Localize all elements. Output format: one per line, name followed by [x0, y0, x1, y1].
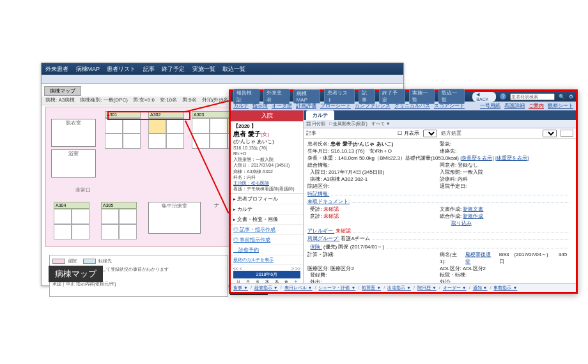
filter-dd[interactable]	[561, 130, 573, 137]
subnav-right[interactable]: 観察シート	[548, 102, 573, 109]
subnav-item[interactable]: 計画評価	[296, 102, 316, 109]
titlebar-item[interactable]: 実施一覧	[192, 66, 215, 72]
sb-reserve[interactable]: 診察予約	[231, 245, 303, 255]
sb-create-preorder[interactable]: ◎ 事前指示作成	[231, 235, 303, 245]
search-icon[interactable]: 🔍	[559, 94, 565, 100]
cal-next[interactable]: > >>	[291, 266, 300, 271]
sb-create-record[interactable]: ◎ 記事・指示作成	[231, 225, 303, 235]
titlebar-item[interactable]: 記事	[143, 66, 155, 72]
subnav-item[interactable]: 指示簿	[252, 102, 268, 109]
room-bath: 浴室	[51, 149, 96, 178]
tb-item[interactable]: 病棟MAP	[293, 89, 320, 103]
room-dressing: 脱衣室	[51, 119, 96, 147]
bl[interactable]: 表日レベル ▼	[284, 285, 313, 291]
sb-recent[interactable]: 最終のカルテを表示	[231, 255, 303, 265]
titlebar-item[interactable]: 終了予定	[162, 66, 185, 72]
bottom-links: 食事 ▼/ 経管指示 ▼/ 表日レベル ▼/ シェーマ・評価 ▼/ 処置医 ▼/…	[231, 283, 576, 292]
sb-docs[interactable]: 文書・検査・画像	[231, 215, 303, 225]
bed-header: A304	[54, 202, 89, 209]
filter-right-select[interactable]	[543, 130, 557, 137]
sb-profile[interactable]: 患者プロフィール	[231, 194, 303, 204]
subnav-item[interactable]: カンファレンス	[355, 102, 391, 109]
subnav: カルテ 指示簿 オーダ歴 計画評価 フローシート カンファレンス クリニカルパス…	[231, 102, 576, 110]
cal-table[interactable]: 日月火水木金土 272829303112 3456789 10111213141…	[233, 278, 300, 283]
patient-detail: 患者氏名: 患者 愛子(かんじゃ あいこ) 緊急: 生年月日: S16.10.1…	[304, 139, 576, 283]
ward-map-tab[interactable]: 病棟マップ	[44, 86, 81, 96]
karte-window: 報告検証 外来患者 病棟MAP 患者リスト 記事 終了予定 実施一覧 取込一覧 …	[229, 89, 578, 294]
room-exit: 非常口	[51, 186, 115, 195]
bl[interactable]: 食事 ▼	[233, 285, 248, 291]
main-toolbar: ▦ 日付順 全展開表示(最新) すべて ▼	[304, 120, 576, 128]
subnav-right[interactable]: 看護詳細	[504, 102, 525, 109]
subnav-right[interactable]: 一号用紙	[480, 102, 500, 109]
tool-date[interactable]: ▦ 日付順	[306, 121, 325, 127]
titlebar-item[interactable]: 病棟MAP	[76, 66, 100, 72]
tab-karte[interactable]: カルテ	[306, 110, 334, 120]
subnav-item[interactable]: スコアシート	[434, 102, 465, 109]
highlight-bed-header	[107, 111, 190, 120]
main: カルテ ▦ 日付順 全展開表示(最新) すべて ▼ 記事 ☐ 月表示 処方処置 …	[304, 110, 576, 283]
bl[interactable]: オーダー ▼	[443, 285, 467, 291]
bl[interactable]: 出港指示 ▼	[387, 285, 411, 291]
subnav-item[interactable]: クリニカルパス	[394, 102, 430, 109]
filter-month-select[interactable]	[423, 130, 437, 137]
calendar: << < > >> 2018年6月 日月火水木金土 272829303112 3…	[231, 265, 303, 283]
bl[interactable]: シェーマ・評価 ▼	[318, 285, 355, 291]
tool-expand[interactable]: 全展開表示(最新)	[329, 121, 368, 127]
back-button[interactable]: ◀ BACK	[472, 92, 496, 102]
filter-month[interactable]: ☐ 月表示	[398, 130, 419, 137]
subnav-right[interactable]: ご案内	[529, 102, 544, 109]
titlebar-item[interactable]: 外来患者	[45, 66, 68, 72]
main-tabbar: カルテ	[304, 110, 576, 120]
front-toolbar: 報告検証 外来患者 病棟MAP 患者リスト 記事 終了予定 実施一覧 取込一覧 …	[231, 91, 576, 102]
cal-prev[interactable]: << <	[233, 266, 242, 271]
titlebar-item[interactable]: 患者リスト	[107, 66, 135, 72]
subnav-item[interactable]: フローシート	[320, 102, 351, 109]
back-titlebar: 外来患者 病棟MAP 患者リスト 記事 終了予定 実施一覧 取込一覧	[42, 63, 403, 75]
filter-left: 記事	[306, 130, 316, 137]
bl[interactable]: 処置医 ▼	[362, 285, 381, 291]
cal-title: 2018年6月	[233, 271, 300, 278]
sidebar-tab-inpatient[interactable]: 入院	[231, 110, 303, 121]
room-nurse: ナ	[207, 202, 226, 234]
titlebar-item[interactable]: 取込一覧	[222, 66, 245, 72]
filter-right: 処方処置	[441, 130, 461, 137]
tool-all[interactable]: すべて ▼	[371, 121, 391, 127]
sb-karte[interactable]: カルテ	[231, 204, 303, 215]
room-icu: 集中治療室	[148, 202, 201, 234]
help-icon[interactable]: ?	[500, 93, 506, 100]
bl[interactable]: 院日歴 ▼	[417, 285, 437, 291]
bl[interactable]: 経管指示 ▼	[254, 285, 278, 291]
bed-header: A305	[101, 202, 137, 209]
patient-summary: 【2020 】 患者 愛子(女) (かんじゃ あいこ) S16.10.13生 (…	[231, 121, 303, 194]
bl[interactable]: 事前指示 ▼	[493, 285, 517, 291]
sidebar: 入院 【2020 】 患者 愛子(女) (かんじゃ あいこ) S16.10.13…	[231, 110, 304, 283]
tag-ward-map: 病棟マップ	[49, 266, 103, 282]
settings-icon[interactable]: ⚙	[569, 94, 573, 100]
filter-row: 記事 ☐ 月表示 処方処置	[304, 128, 576, 139]
subnav-item[interactable]: カルテ	[233, 102, 249, 109]
search-input[interactable]	[510, 93, 555, 100]
subnav-item[interactable]: オーダ歴	[272, 102, 292, 109]
back-toolbar	[42, 75, 403, 84]
bl[interactable]: 通知 ▼	[473, 285, 488, 291]
